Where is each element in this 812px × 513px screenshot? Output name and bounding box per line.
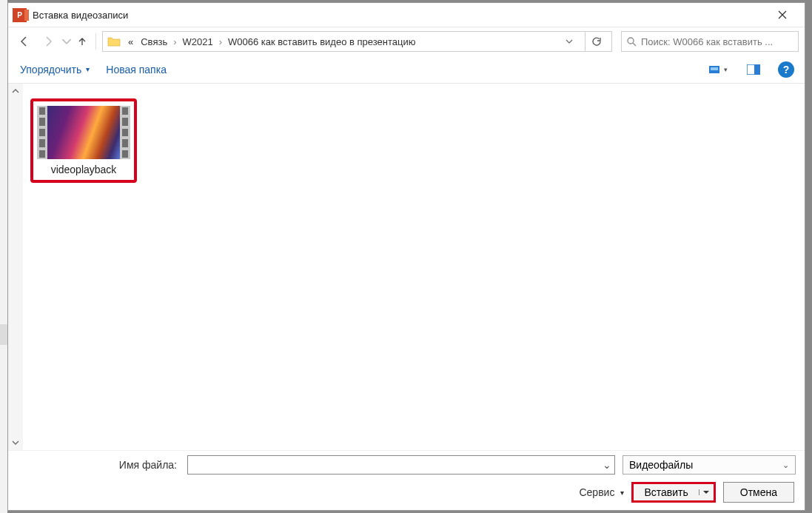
scroll-up-button[interactable] bbox=[8, 84, 23, 98]
dialog-title: Вставка видеозаписи bbox=[33, 10, 128, 21]
nav-back-button[interactable] bbox=[14, 31, 35, 52]
search-icon bbox=[626, 36, 637, 47]
search-input[interactable]: Поиск: W0066 как вставить ... bbox=[621, 31, 799, 52]
insert-video-dialog: P Вставка видеозаписи « Связь › W2021 bbox=[7, 2, 805, 511]
svg-point-0 bbox=[628, 38, 634, 44]
insert-label: Вставить bbox=[634, 486, 698, 498]
insert-split-dropdown[interactable] bbox=[699, 489, 714, 495]
caret-down-icon: ▾ bbox=[724, 66, 728, 73]
help-button[interactable]: ? bbox=[778, 61, 794, 78]
nav-pane-scrollbar[interactable] bbox=[8, 84, 23, 450]
refresh-icon bbox=[591, 36, 602, 47]
caret-down-icon bbox=[703, 489, 709, 495]
folder-icon bbox=[107, 35, 121, 48]
file-name: videoplayback bbox=[51, 164, 117, 175]
nav-up-button[interactable] bbox=[75, 31, 90, 52]
file-list[interactable]: videoplayback bbox=[23, 84, 805, 450]
titlebar: P Вставка видеозаписи bbox=[8, 3, 805, 27]
chevron-right-icon[interactable]: › bbox=[172, 36, 178, 47]
nav-forward-button[interactable] bbox=[38, 31, 58, 52]
chevron-down-icon bbox=[12, 439, 19, 446]
filename-input[interactable]: ⌄ bbox=[187, 455, 615, 475]
background-selection bbox=[0, 324, 7, 345]
filter-label: Видеофайлы bbox=[629, 459, 693, 471]
powerpoint-icon: P bbox=[13, 8, 27, 22]
nav-history-dropdown[interactable] bbox=[61, 31, 72, 52]
organize-button[interactable]: Упорядочить ▾ bbox=[19, 61, 91, 78]
view-mode-button[interactable]: ▾ bbox=[707, 58, 729, 81]
address-bar[interactable]: « Связь › W2021 › W0066 как вставить вид… bbox=[102, 31, 612, 52]
arrow-up-icon bbox=[77, 36, 87, 47]
file-type-filter[interactable]: Видеофайлы ⌄ bbox=[623, 455, 796, 475]
caret-down-icon: ▾ bbox=[86, 65, 90, 73]
file-item-video[interactable]: videoplayback bbox=[30, 98, 137, 183]
breadcrumb-item[interactable]: Связь bbox=[138, 36, 170, 47]
preview-pane-button[interactable] bbox=[742, 58, 765, 81]
film-strip-icon bbox=[37, 106, 47, 159]
insert-button[interactable]: Вставить bbox=[631, 482, 715, 503]
refresh-button[interactable] bbox=[585, 32, 607, 51]
video-frame bbox=[47, 106, 120, 159]
chevron-down-icon bbox=[566, 38, 573, 45]
svg-rect-4 bbox=[754, 64, 760, 75]
chevron-up-icon bbox=[12, 87, 19, 95]
dialog-body: videoplayback bbox=[8, 84, 805, 450]
filename-label: Имя файла: bbox=[17, 459, 180, 471]
address-dropdown[interactable] bbox=[561, 36, 577, 47]
caret-down-icon: ▾ bbox=[620, 489, 624, 497]
new-folder-label: Новая папка bbox=[106, 64, 167, 76]
svg-rect-2 bbox=[711, 67, 718, 70]
arrow-right-icon bbox=[42, 36, 54, 47]
breadcrumb-item[interactable]: W2021 bbox=[180, 36, 216, 47]
search-placeholder: Поиск: W0066 как вставить ... bbox=[641, 36, 773, 47]
film-strip-icon bbox=[120, 106, 130, 159]
tools-label: Сервис bbox=[579, 486, 614, 498]
tools-menu[interactable]: Сервис ▾ bbox=[579, 486, 624, 498]
arrow-left-icon bbox=[19, 36, 30, 47]
chevron-right-icon[interactable]: › bbox=[218, 36, 224, 47]
new-folder-button[interactable]: Новая папка bbox=[104, 61, 168, 78]
cancel-label: Отмена bbox=[740, 486, 777, 498]
nav-bar: « Связь › W2021 › W0066 как вставить вид… bbox=[8, 27, 805, 56]
toolbar: Упорядочить ▾ Новая папка ▾ ? bbox=[8, 56, 805, 84]
close-icon bbox=[778, 10, 787, 19]
video-thumbnail bbox=[37, 106, 130, 159]
separator bbox=[95, 33, 96, 50]
organize-label: Упорядочить bbox=[20, 64, 81, 76]
scroll-down-button[interactable] bbox=[8, 435, 23, 450]
cancel-button[interactable]: Отмена bbox=[723, 482, 794, 503]
breadcrumb-prefix: « bbox=[125, 36, 136, 47]
close-button[interactable] bbox=[766, 4, 799, 26]
chevron-down-icon: ⌄ bbox=[782, 460, 789, 470]
preview-pane-icon bbox=[747, 64, 760, 75]
breadcrumb-item[interactable]: W0066 как вставить видео в презентацию bbox=[225, 36, 418, 47]
dialog-footer: Имя файла: ⌄ Видеофайлы ⌄ Сервис ▾ Встав… bbox=[8, 450, 805, 510]
chevron-down-icon: ⌄ bbox=[603, 459, 611, 471]
thumbnails-icon bbox=[709, 64, 722, 75]
background-app-strip bbox=[0, 0, 7, 513]
chevron-down-icon bbox=[61, 36, 72, 47]
